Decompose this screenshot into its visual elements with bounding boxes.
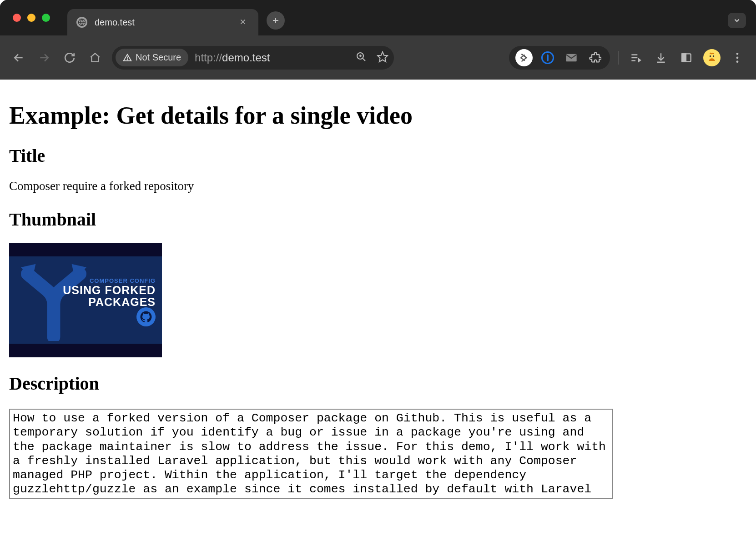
- bookmark-icon[interactable]: [375, 49, 390, 66]
- svg-point-27: [710, 55, 711, 57]
- browser-tab[interactable]: demo.test: [67, 9, 258, 35]
- thumbnail-image: COMPOSER CONFIG USING FORKED PACKAGES: [9, 243, 162, 357]
- browser-toolbar: Not Secure http://demo.test: [0, 35, 756, 80]
- onepassword-icon[interactable]: [539, 49, 556, 66]
- description-textarea[interactable]: [9, 409, 613, 499]
- security-label: Not Secure: [136, 52, 181, 63]
- svg-point-26: [706, 51, 718, 64]
- svg-point-28: [713, 55, 715, 57]
- thumbnail-section-heading: Thumbnail: [9, 209, 747, 230]
- security-chip[interactable]: Not Secure: [116, 49, 188, 66]
- svg-point-31: [736, 60, 739, 63]
- close-window-button[interactable]: [13, 14, 21, 22]
- title-section-heading: Title: [9, 145, 747, 166]
- tab-overflow-button[interactable]: [728, 13, 746, 28]
- reload-button[interactable]: [61, 49, 78, 66]
- svg-rect-17: [547, 54, 549, 61]
- extension-icon[interactable]: [515, 49, 533, 66]
- svg-point-29: [736, 52, 739, 55]
- window-controls: [13, 14, 50, 22]
- page-content: Example: Get details for a single video …: [0, 80, 756, 551]
- svg-line-10: [363, 58, 365, 61]
- svg-marker-13: [378, 52, 388, 62]
- thumbnail-line2: PACKAGES: [63, 296, 156, 308]
- forward-button[interactable]: [35, 49, 53, 66]
- extension-group: [509, 46, 610, 70]
- svg-point-8: [127, 59, 128, 60]
- thumbnail-eyebrow: COMPOSER CONFIG: [63, 277, 156, 284]
- url-display: http://demo.test: [195, 51, 348, 64]
- mail-icon[interactable]: [563, 49, 580, 66]
- minimize-window-button[interactable]: [27, 14, 35, 22]
- tab-bar: demo.test: [0, 0, 756, 35]
- warning-icon: [123, 53, 132, 62]
- extensions-puzzle-icon[interactable]: [586, 49, 604, 66]
- thumbnail-line1: USING FORKED: [63, 284, 156, 296]
- address-bar[interactable]: Not Secure http://demo.test: [112, 46, 394, 70]
- globe-icon: [76, 17, 87, 28]
- browser-chrome: demo.test Not Secure http://demo.test: [0, 0, 756, 80]
- tab-title: demo.test: [95, 17, 229, 28]
- home-button[interactable]: [86, 49, 104, 66]
- profile-avatar[interactable]: [703, 49, 721, 66]
- page-heading: Example: Get details for a single video: [9, 101, 747, 130]
- toolbar-divider: [618, 51, 619, 65]
- close-tab-button[interactable]: [237, 15, 249, 29]
- downloads-icon[interactable]: [652, 49, 670, 66]
- sidepanel-icon[interactable]: [678, 49, 695, 66]
- description-section-heading: Description: [9, 373, 747, 394]
- media-control-icon[interactable]: [627, 49, 644, 66]
- svg-rect-25: [682, 54, 686, 61]
- title-value: Composer require a forked repository: [9, 179, 747, 193]
- menu-button[interactable]: [729, 49, 746, 66]
- svg-point-30: [736, 56, 739, 59]
- back-button[interactable]: [10, 49, 27, 66]
- new-tab-button[interactable]: [267, 11, 285, 30]
- maximize-window-button[interactable]: [42, 14, 50, 22]
- zoom-icon[interactable]: [354, 50, 368, 66]
- github-icon: [136, 307, 156, 326]
